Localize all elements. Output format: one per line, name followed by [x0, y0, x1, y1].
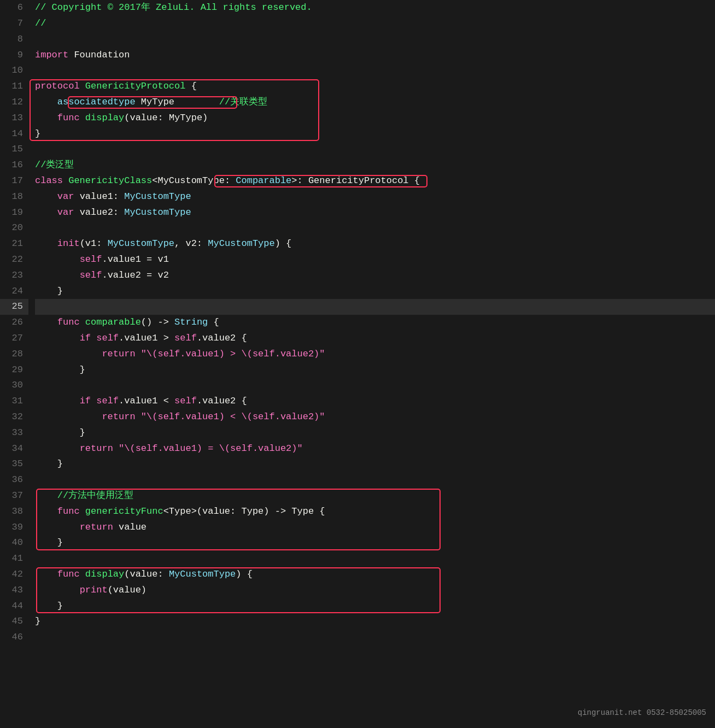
code-line: //方法中使用泛型	[35, 488, 715, 504]
line-number: 25	[0, 299, 28, 315]
code-line: func display(value: MyCustomType) {	[35, 567, 715, 583]
code-line: }	[35, 598, 715, 614]
line-number: 28	[0, 347, 28, 362]
line-number: 20	[0, 220, 28, 236]
line-number: 24	[0, 283, 28, 299]
code-line: return value	[35, 519, 715, 535]
code-line: if self.value1 < self.value2 {	[35, 394, 715, 409]
line-number: 21	[0, 236, 28, 252]
code-line: protocol GenericityProtocol {	[35, 79, 715, 95]
code-line: class GenericityClass<MyCustomType: Comp…	[35, 173, 715, 189]
code-line: return "\(self.value1) = \(self.value2)"	[35, 441, 715, 456]
code-content: // Copyright © 2017年 ZeluLi. All rights …	[28, 0, 715, 728]
code-line: //类泛型	[35, 157, 715, 173]
line-number: 26	[0, 315, 28, 331]
code-line: self.value1 = v1	[35, 252, 715, 268]
code-line: }	[35, 425, 715, 441]
line-number: 11	[0, 79, 28, 95]
line-number: 34	[0, 441, 28, 456]
code-line	[35, 378, 715, 394]
code-line: self.value2 = v2	[35, 268, 715, 284]
code-line	[35, 63, 715, 79]
line-number: 9	[0, 47, 28, 63]
line-number: 13	[0, 110, 28, 126]
line-number: 39	[0, 519, 28, 535]
code-line: }	[35, 614, 715, 630]
code-line: if self.value1 > self.value2 {	[35, 331, 715, 347]
line-number: 43	[0, 582, 28, 598]
code-line	[35, 220, 715, 236]
line-number: 23	[0, 268, 28, 284]
line-number: 30	[0, 378, 28, 394]
line-number: 42	[0, 567, 28, 583]
code-line	[35, 472, 715, 488]
line-number: 12	[0, 95, 28, 110]
code-line: func genericityFunc<Type>(value: Type) -…	[35, 504, 715, 520]
code-line	[35, 630, 715, 645]
watermark: qingruanit.net 0532-85025005	[578, 707, 706, 719]
line-number: 41	[0, 551, 28, 567]
line-number: 46	[0, 630, 28, 645]
code-line: return "\(self.value1) < \(self.value2)"	[35, 409, 715, 425]
code-line: print(value)	[35, 582, 715, 598]
code-line: func display(value: MyType)	[35, 110, 715, 126]
line-number: 17	[0, 173, 28, 189]
code-line: }	[35, 535, 715, 551]
code-line: }	[35, 456, 715, 472]
line-number: 44	[0, 598, 28, 614]
line-number: 45	[0, 614, 28, 630]
code-line: }	[35, 126, 715, 142]
code-line: // Copyright © 2017年 ZeluLi. All rights …	[35, 0, 715, 16]
code-line: //	[35, 16, 715, 32]
line-number: 31	[0, 394, 28, 409]
line-number: 18	[0, 189, 28, 205]
code-line	[35, 299, 715, 315]
line-number: 35	[0, 456, 28, 472]
line-number: 33	[0, 425, 28, 441]
line-number: 14	[0, 126, 28, 142]
line-number: 38	[0, 504, 28, 520]
line-number: 29	[0, 362, 28, 378]
line-number: 36	[0, 472, 28, 488]
line-number: 6	[0, 0, 28, 16]
line-number: 19	[0, 204, 28, 220]
code-line	[35, 32, 715, 48]
code-line: import Foundation	[35, 47, 715, 63]
line-number: 40	[0, 535, 28, 551]
code-line: }	[35, 283, 715, 299]
line-number: 10	[0, 63, 28, 79]
line-number: 16	[0, 157, 28, 173]
line-number: 22	[0, 252, 28, 268]
code-line: var value2: MyCustomType	[35, 204, 715, 220]
code-line: init(v1: MyCustomType, v2: MyCustomType)…	[35, 236, 715, 252]
line-number: 37	[0, 488, 28, 504]
code-editor: 6789101112131415161718192021222324252627…	[0, 0, 715, 728]
code-line	[35, 551, 715, 567]
code-line: return "\(self.value1) > \(self.value2)"	[35, 347, 715, 362]
code-line: var value1: MyCustomType	[35, 189, 715, 205]
code-line: associatedtype MyType //关联类型	[35, 95, 715, 110]
line-number: 7	[0, 16, 28, 32]
line-number: 15	[0, 142, 28, 157]
line-number: 8	[0, 32, 28, 48]
line-numbers: 6789101112131415161718192021222324252627…	[0, 0, 28, 728]
code-line: }	[35, 362, 715, 378]
code-line: func comparable() -> String {	[35, 315, 715, 331]
code-line	[35, 142, 715, 157]
line-number: 27	[0, 331, 28, 347]
line-number: 32	[0, 409, 28, 425]
